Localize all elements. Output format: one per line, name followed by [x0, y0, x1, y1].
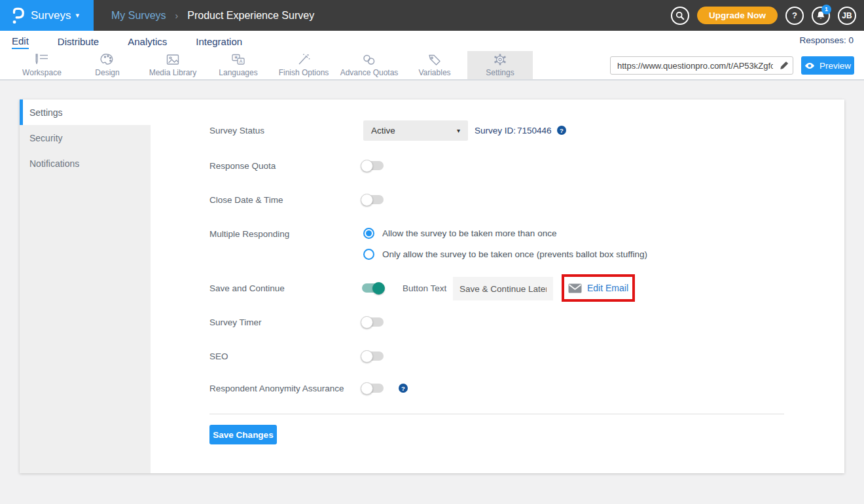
preview-label: Preview — [819, 61, 851, 71]
breadcrumb-my-surveys[interactable]: My Surveys — [111, 10, 166, 22]
toolbar-tab-label: Finish Options — [279, 68, 329, 77]
toolbar-tab-advance-quotas[interactable]: Advance Quotas — [336, 51, 402, 79]
respondent-anonymity-toggle[interactable] — [362, 384, 384, 393]
toolbar-tab-label: Advance Quotas — [340, 68, 399, 77]
workspace-icon — [34, 53, 50, 66]
toolbar-tab-languages[interactable]: ★A Languages — [206, 51, 271, 79]
svg-text:A: A — [239, 58, 242, 64]
toolbar-tab-variables[interactable]: Variables — [402, 51, 467, 79]
palette-icon — [100, 53, 115, 66]
toggle-knob — [361, 160, 373, 172]
close-date-label: Close Date & Time — [209, 195, 283, 205]
anonymity-help-icon[interactable]: ? — [399, 384, 408, 393]
radio-allow-multiple[interactable]: Allow the survey to be taken more than o… — [363, 228, 556, 239]
gear-icon — [493, 53, 507, 66]
edit-email-highlight-box: Edit Email — [562, 274, 635, 302]
tab-analytics[interactable]: Analytics — [128, 34, 167, 48]
toggle-knob — [361, 350, 373, 363]
toolbar-tab-label: Settings — [486, 68, 514, 77]
survey-nav: Edit Distribute Analytics Integration Re… — [0, 31, 864, 51]
breadcrumb: My Surveys › Product Experience Survey — [111, 0, 314, 31]
header-actions: Upgrade Now ? 1 JB — [671, 0, 856, 31]
toolbar-tab-design[interactable]: Design — [75, 51, 140, 79]
toolbar-tab-workspace[interactable]: Workspace — [9, 51, 75, 79]
envelope-icon — [568, 283, 582, 293]
response-quota-toggle[interactable] — [362, 161, 384, 170]
image-icon — [166, 53, 180, 66]
toolbar-tab-settings[interactable]: Settings — [467, 51, 533, 79]
question-mark-icon: ? — [792, 10, 797, 20]
response-quota-label: Response Quota — [209, 161, 276, 171]
eye-icon — [804, 62, 815, 69]
save-and-continue-toggle[interactable] — [362, 283, 384, 293]
tab-integration[interactable]: Integration — [196, 34, 242, 48]
search-button[interactable] — [671, 7, 689, 25]
tab-distribute[interactable]: Distribute — [58, 34, 99, 48]
survey-timer-label: Survey Timer — [209, 317, 262, 327]
survey-id-value: 7150446 — [517, 126, 552, 135]
chain-link-icon — [361, 53, 377, 66]
notifications-button[interactable]: 1 — [812, 7, 830, 25]
breadcrumb-current-survey: Product Experience Survey — [187, 10, 314, 22]
responses-count: Responses: 0 — [799, 35, 854, 45]
svg-text:★: ★ — [234, 54, 238, 60]
help-button[interactable]: ? — [785, 7, 804, 25]
upgrade-now-button[interactable]: Upgrade Now — [697, 7, 778, 24]
survey-timer-toggle[interactable] — [362, 317, 384, 327]
survey-id-help-icon[interactable]: ? — [557, 126, 566, 135]
edit-url-button[interactable] — [776, 61, 793, 70]
respondent-anonymity-label: Respondent Anonymity Assurance — [209, 384, 344, 393]
seo-label: SEO — [209, 351, 228, 361]
tab-edit[interactable]: Edit — [12, 33, 29, 49]
button-text-input[interactable] — [453, 277, 553, 300]
tag-icon — [427, 53, 442, 66]
survey-url-field — [610, 56, 793, 75]
save-changes-button[interactable]: Save Changes — [209, 425, 277, 444]
sidebar-item-label: Security — [29, 133, 63, 143]
button-text-label: Button Text — [403, 283, 446, 293]
edit-email-link[interactable]: Edit Email — [587, 283, 628, 293]
toggle-knob — [372, 282, 385, 295]
chevron-down-icon: ▾ — [75, 11, 79, 20]
toggle-knob — [361, 382, 373, 395]
breadcrumb-separator: › — [175, 10, 179, 21]
search-icon — [675, 11, 685, 20]
settings-sidebar: Settings Security Notifications — [20, 99, 151, 473]
questionpro-logo-icon — [10, 6, 25, 26]
sidebar-item-settings[interactable]: Settings — [20, 99, 151, 125]
edit-toolbar: Workspace Design Media Library ★A Langua… — [0, 51, 864, 81]
brand-menu[interactable]: Surveys ▾ — [0, 0, 94, 31]
toolbar-tab-label: Variables — [418, 68, 450, 77]
toolbar-tab-finish-options[interactable]: Finish Options — [271, 51, 336, 79]
toolbar-tab-label: Workspace — [22, 68, 62, 77]
radio-option-label: Allow the survey to be taken more than o… — [382, 228, 556, 238]
toggle-knob — [361, 316, 373, 329]
translate-icon: ★A — [230, 53, 246, 66]
preview-button[interactable]: Preview — [801, 56, 854, 75]
sidebar-item-label: Notifications — [29, 158, 79, 169]
survey-status-select[interactable]: Active ▾ — [363, 120, 468, 141]
toggle-knob — [361, 194, 373, 206]
sidebar-item-label: Settings — [29, 107, 63, 118]
radio-icon — [363, 228, 374, 239]
survey-status-value: Active — [371, 126, 395, 135]
save-and-continue-label: Save and Continue — [209, 283, 285, 293]
toolbar-tab-label: Languages — [219, 68, 257, 77]
sidebar-item-notifications[interactable]: Notifications — [20, 151, 151, 176]
close-date-toggle[interactable] — [362, 195, 384, 204]
form-divider — [209, 414, 784, 414]
toolbar-tab-label: Media Library — [149, 68, 197, 77]
seo-toggle[interactable] — [362, 351, 384, 361]
settings-card: Settings Security Notifications Survey S… — [20, 99, 844, 473]
radio-only-once[interactable]: Only allow the survey to be taken once (… — [363, 249, 647, 260]
radio-icon — [363, 249, 374, 260]
survey-url-input[interactable] — [611, 61, 776, 71]
magic-wand-icon — [297, 53, 311, 66]
toolbar-tab-media-library[interactable]: Media Library — [140, 51, 206, 79]
avatar[interactable]: JB — [838, 7, 856, 25]
avatar-initials: JB — [842, 11, 852, 20]
radio-option-label: Only allow the survey to be taken once (… — [382, 249, 647, 259]
multiple-responding-label: Multiple Responding — [209, 229, 289, 239]
notification-count-badge: 1 — [821, 5, 831, 14]
sidebar-item-security[interactable]: Security — [20, 125, 151, 151]
